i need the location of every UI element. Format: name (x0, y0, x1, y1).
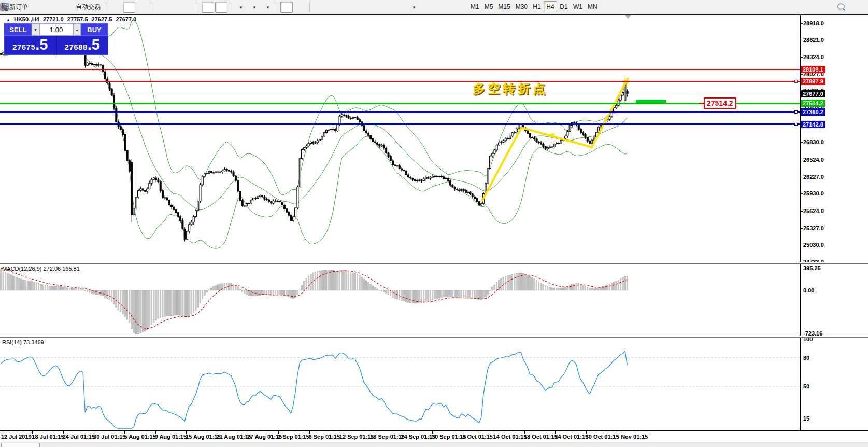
hline-27514-2[interactable] (0, 103, 800, 104)
timeframe-d1[interactable]: D1 (557, 1, 571, 12)
arrows-icon (0, 3, 9, 11)
add-indicator-button[interactable]: ▾ (234, 2, 247, 13)
hline-27360-2[interactable] (0, 111, 800, 113)
timeframe-m1[interactable]: M1 (468, 1, 482, 12)
mt4-terminal: 新订单 自动交易 (0, 0, 868, 447)
arrows-tool-button[interactable]: ▾ (407, 2, 420, 13)
y-tick: 28918.0 (803, 20, 824, 26)
timeframe-w1[interactable]: W1 (571, 1, 585, 12)
buy-price-main: 27688 (65, 43, 88, 51)
eraser-button[interactable] (31, 2, 44, 13)
y-tick-mark (801, 211, 803, 212)
community-button[interactable] (45, 2, 57, 13)
x-tick-label: 15 Aug 01:15 (186, 434, 220, 440)
macd-panel[interactable] (0, 264, 800, 336)
x-tick-label: 9 Aug 01:15 (155, 434, 187, 440)
chart-shift-marker[interactable] (625, 15, 631, 19)
rsi-axis-label: 80 (803, 355, 809, 361)
auto-scroll-button[interactable] (202, 2, 214, 13)
hline-27142-8[interactable] (0, 123, 800, 125)
y-tick-mark (801, 160, 803, 160)
timeframe-mn[interactable]: MN (585, 1, 600, 12)
fibonacci-tool-button[interactable]: F (367, 2, 379, 13)
x-tick-label: 24 Jul 01:15 (63, 434, 95, 440)
crosshair-tool-button[interactable] (294, 2, 306, 13)
new-order-button[interactable]: 新订单 (5, 2, 30, 13)
zoom-in-button[interactable] (155, 2, 168, 13)
timeframe-group: M1M5M15M30H1H4D1W1MN (468, 1, 600, 12)
period-caret[interactable]: ▾ (253, 5, 256, 10)
text-label-tool-button[interactable]: T (394, 2, 406, 13)
hline-27677-0[interactable] (0, 94, 800, 94)
volume-up-button[interactable]: ▲ (73, 23, 81, 36)
signal-button[interactable] (58, 2, 70, 13)
add-indicator-caret[interactable]: ▾ (240, 5, 243, 10)
auto-trading-label: 自动交易 (76, 3, 101, 11)
y-tick: 26227.0 (803, 174, 824, 180)
sell-price[interactable]: 27675 .5 (5, 36, 57, 55)
ohlc-high: 27757.5 (67, 16, 88, 22)
chart-shift-button[interactable] (215, 2, 227, 13)
x-tick-label: 2 Sep 01:15 (278, 434, 309, 440)
tile-windows-button[interactable] (182, 2, 195, 13)
collapse-panel-icon[interactable]: ▲ (6, 18, 10, 22)
buy-price[interactable]: 27688 .5 (57, 36, 108, 55)
x-tick-label: 12 Sep 01:15 (339, 434, 374, 440)
vertical-line-tool-button[interactable] (313, 2, 325, 13)
volume-input[interactable] (40, 25, 73, 34)
hline-28109-1[interactable] (0, 69, 800, 70)
rsi-label: RSI(14) 73.3469 (2, 339, 44, 345)
hline-handle[interactable] (794, 80, 798, 83)
text-tool-button[interactable]: A (380, 2, 393, 13)
bar-chart-button[interactable] (109, 2, 122, 13)
y-tick-mark (801, 177, 803, 177)
timeframe-h1[interactable]: H1 (530, 1, 544, 12)
rsi-panel[interactable] (0, 338, 800, 430)
macd-axis-label: 395.25 (803, 265, 821, 271)
y-tick: 26830.0 (803, 139, 824, 145)
main-chart[interactable] (0, 15, 800, 262)
y-tick-mark (801, 57, 803, 58)
panel-separator-macd[interactable] (0, 262, 868, 264)
y-tick-mark (801, 142, 803, 143)
line-chart-button[interactable] (136, 2, 149, 13)
bottom-tab[interactable] (1, 443, 40, 447)
y-tick: 28324.0 (803, 54, 824, 60)
chart-annotation-text[interactable]: 多空转折点 (473, 80, 548, 97)
period-button[interactable]: ▾ (248, 2, 260, 13)
x-tick-label: 8 Oct 01:15 (462, 434, 493, 440)
trendline-tool-button[interactable] (340, 2, 352, 13)
x-tick-label: 12 Jul 2019 (1, 434, 32, 440)
horizontal-line-tool-button[interactable] (326, 2, 339, 13)
price-badge-28109-1: 28109.1 (801, 66, 825, 73)
timeframe-m15[interactable]: M15 (495, 1, 513, 12)
hline-27897-9[interactable] (0, 81, 800, 82)
ohlc-close: 27677.0 (116, 16, 136, 22)
price-badge-27897-9: 27897.9 (801, 78, 825, 85)
auto-trading-button[interactable]: 自动交易 (72, 2, 103, 13)
template-button[interactable]: ▾ (261, 2, 274, 13)
volume-down-button[interactable]: ▼ (32, 23, 39, 36)
cursor-tool-button[interactable] (280, 2, 293, 13)
price-axis-line[interactable] (800, 15, 801, 431)
chat-button[interactable] (851, 1, 863, 12)
template-caret[interactable]: ▾ (267, 5, 269, 10)
price-tag-label[interactable]: 27514.2 (704, 97, 736, 109)
y-tick: 25327.0 (803, 225, 824, 231)
buy-price-frac: .5 (88, 37, 100, 52)
price-badge-27142-8: 27142.8 (801, 121, 825, 128)
sell-button[interactable]: SELL (5, 23, 32, 36)
zoom-out-button[interactable] (169, 2, 181, 13)
x-tick-label: 21 Aug 01:15 (216, 434, 251, 440)
panel-separator-rsi[interactable] (0, 336, 868, 338)
buy-button[interactable]: BUY (81, 23, 108, 36)
candlestick-chart-button[interactable] (123, 2, 135, 13)
y-tick: 25624.0 (803, 208, 824, 214)
hline-handle[interactable] (794, 110, 798, 114)
timeframe-m5[interactable]: M5 (482, 1, 496, 12)
channel-tool-button[interactable]: E (353, 2, 366, 13)
hline-handle[interactable] (794, 123, 798, 126)
timeframe-h4[interactable]: H4 (544, 1, 557, 12)
arrows-caret[interactable]: ▾ (413, 5, 416, 10)
timeframe-m30[interactable]: M30 (513, 1, 530, 12)
